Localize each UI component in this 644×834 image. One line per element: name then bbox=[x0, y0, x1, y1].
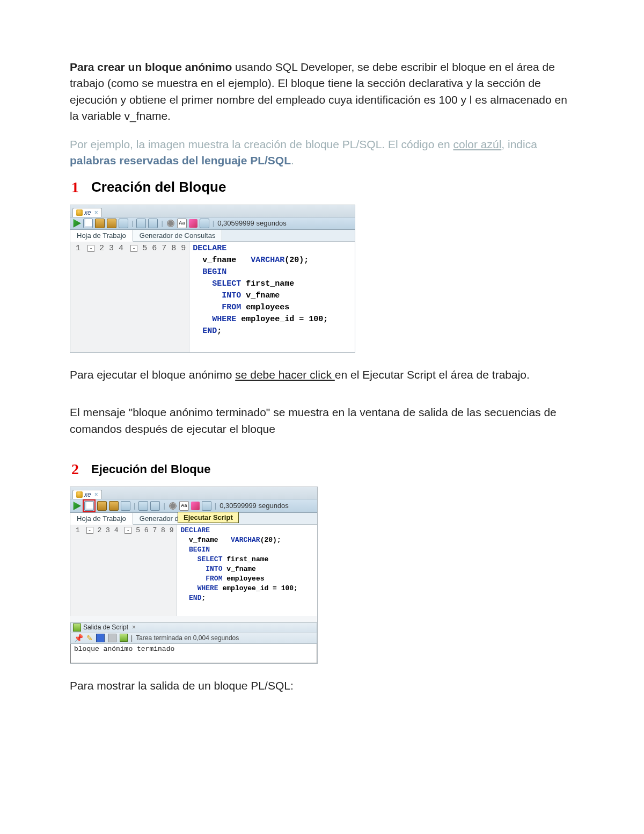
rollback-icon[interactable] bbox=[109, 501, 119, 511]
sql-tuning-icon[interactable] bbox=[148, 219, 158, 228]
gear-icon[interactable] bbox=[169, 502, 177, 510]
section-2-title: Ejecución del Bloque bbox=[91, 462, 210, 476]
autotrace-icon[interactable] bbox=[138, 501, 148, 511]
case-icon[interactable]: Aa bbox=[177, 219, 187, 228]
run-icon[interactable] bbox=[72, 502, 81, 510]
commit-icon[interactable] bbox=[97, 501, 107, 511]
grey-pre: Por ejemplo, la imagen muestra la creaci… bbox=[70, 138, 453, 150]
grey-post: , indica bbox=[501, 138, 537, 150]
line-gutter: 1 - 2 3 4 - 5 6 7 8 9 bbox=[70, 242, 189, 352]
section-1-number: 1 bbox=[70, 179, 80, 196]
grey-underline: color azúl bbox=[453, 138, 501, 150]
rollback-icon[interactable] bbox=[107, 219, 116, 228]
commit-icon[interactable] bbox=[95, 219, 105, 228]
sql-history-icon[interactable] bbox=[202, 501, 211, 511]
clear-icon[interactable] bbox=[189, 219, 197, 228]
database-icon bbox=[76, 209, 83, 216]
connection-tab[interactable]: xe × bbox=[72, 490, 102, 499]
edit-icon[interactable]: ✎ bbox=[86, 634, 93, 642]
editor-tabbar: xe × bbox=[70, 205, 355, 217]
script-output-tab-label: Salida de Script bbox=[83, 623, 128, 631]
toolbar-separator: | bbox=[131, 219, 133, 227]
toolbar: | | Aa | 0,30599999 segundos bbox=[70, 217, 355, 230]
ide-panel-1: xe × | | Aa | 0,30599999 segundos Hoja d… bbox=[70, 205, 355, 353]
message-paragraph: El mensaje "bloque anónimo terminado" se… bbox=[70, 404, 574, 437]
clear-icon[interactable] bbox=[191, 502, 200, 510]
run-icon[interactable] bbox=[72, 219, 81, 228]
pin-icon[interactable]: 📌 bbox=[74, 634, 83, 642]
toolbar-separator: | bbox=[163, 502, 165, 510]
toolbar-separator: | bbox=[215, 502, 216, 510]
run-script-icon[interactable] bbox=[83, 219, 93, 228]
explain-plan-icon[interactable] bbox=[119, 219, 128, 228]
output-icon bbox=[73, 623, 81, 632]
connection-tab-label: xe bbox=[84, 209, 91, 216]
database-icon bbox=[76, 491, 83, 498]
output-paragraph: Para mostrar la salida de un bloque PL/S… bbox=[70, 678, 574, 694]
exec-pre: Para ejecutar el bloque anónimo bbox=[70, 368, 235, 381]
exec-paragraph: Para ejecutar el bloque anónimo se debe … bbox=[70, 367, 574, 383]
grey-guidance: Por ejemplo, la imagen muestra la creaci… bbox=[70, 136, 574, 169]
toolbar-separator: | bbox=[134, 502, 135, 510]
section-2-number: 2 bbox=[70, 461, 80, 478]
editor-tabbar: xe × bbox=[70, 487, 317, 499]
case-icon[interactable]: Aa bbox=[179, 501, 189, 511]
section-2-heading: 2 Ejecución del Bloque bbox=[70, 461, 574, 478]
timing-text: 0,30599999 segundos bbox=[219, 502, 289, 510]
run-script-tooltip: Ejecutar Script bbox=[178, 512, 239, 523]
gear-icon[interactable] bbox=[166, 219, 175, 228]
toolbar: | | Aa | 0,30599999 segundos bbox=[70, 499, 317, 513]
grey-blue-bold: palabras reservadas del lenguaje PL/SQL bbox=[70, 154, 291, 166]
connection-tab-label: xe bbox=[84, 491, 91, 498]
script-output-close-icon[interactable]: × bbox=[132, 623, 136, 631]
autotrace-icon[interactable] bbox=[136, 219, 146, 228]
line-gutter: 1 - 2 3 4 - 5 6 7 8 9 bbox=[70, 525, 177, 616]
print-icon[interactable] bbox=[108, 634, 116, 642]
code-content: DECLARE v_fname VARCHAR(20); BEGIN SELEC… bbox=[177, 525, 301, 616]
toolbar-separator: | bbox=[213, 219, 214, 227]
intro-bold: Para crear un bloque anónimo bbox=[70, 61, 232, 73]
save-icon[interactable] bbox=[96, 634, 105, 642]
subtab-worksheet[interactable]: Hoja de Trabajo bbox=[70, 513, 133, 525]
script-output-panel: Salida de Script × 📌 ✎ | Tarea terminada… bbox=[70, 622, 317, 663]
exec-post: en el Ejecutar Script el área de trabajo… bbox=[335, 368, 530, 381]
ide-panel-2: xe × | | Aa | 0,30599999 segundos bbox=[70, 487, 318, 664]
toolbar-separator: | bbox=[161, 219, 163, 227]
code-content: DECLARE v_fname VARCHAR(20); BEGIN SELEC… bbox=[189, 242, 331, 352]
toolbar-separator: | bbox=[131, 634, 133, 642]
worksheet-subtabs: Hoja de Trabajo Generador de Consultas bbox=[70, 230, 355, 242]
script-output-status: Tarea terminada en 0,004 segundos bbox=[136, 634, 239, 642]
tab-close-icon[interactable]: × bbox=[94, 491, 98, 498]
sql-history-icon[interactable] bbox=[200, 219, 209, 228]
subtab-query-builder[interactable]: Generador de Consultas bbox=[133, 230, 223, 241]
refresh-icon[interactable] bbox=[120, 634, 128, 642]
tab-close-icon[interactable]: × bbox=[94, 209, 98, 216]
script-output-tabbar: Salida de Script × bbox=[70, 622, 317, 632]
intro-paragraph: Para crear un bloque anónimo usando SQL … bbox=[70, 59, 574, 125]
script-output-toolbar: 📌 ✎ | Tarea terminada en 0,004 segundos bbox=[70, 632, 317, 644]
run-script-icon[interactable] bbox=[84, 501, 94, 511]
section-1-heading: 1 Creación del Bloque bbox=[70, 179, 574, 196]
subtab-worksheet[interactable]: Hoja de Trabajo bbox=[70, 230, 133, 242]
sql-tuning-icon[interactable] bbox=[150, 501, 160, 511]
timing-text: 0,30599999 segundos bbox=[217, 219, 287, 227]
code-editor[interactable]: 1 - 2 3 4 - 5 6 7 8 9 DECLARE v_fname VA… bbox=[70, 242, 355, 352]
run-script-highlight bbox=[83, 499, 96, 512]
connection-tab[interactable]: xe × bbox=[72, 208, 102, 217]
section-1-title: Creación del Bloque bbox=[91, 179, 226, 195]
exec-underline: se debe hacer click bbox=[235, 368, 335, 381]
explain-plan-icon[interactable] bbox=[121, 501, 130, 511]
code-editor[interactable]: 1 - 2 3 4 - 5 6 7 8 9 DECLARE v_fname VA… bbox=[70, 525, 317, 616]
script-output-body: bloque anónimo terminado bbox=[70, 644, 317, 663]
grey-end: . bbox=[291, 154, 294, 166]
